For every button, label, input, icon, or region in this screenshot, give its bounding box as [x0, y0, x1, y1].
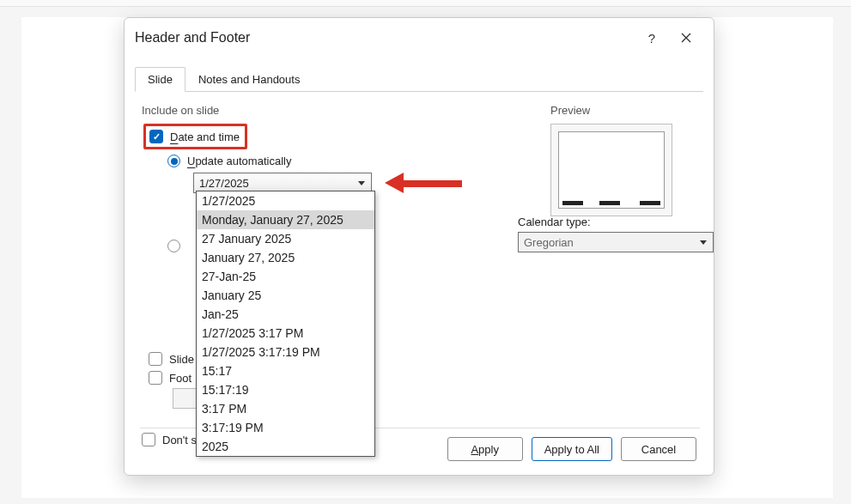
- slide-number-checkbox[interactable]: [149, 352, 162, 366]
- date-format-option[interactable]: Monday, January 27, 2025: [197, 210, 374, 229]
- arrow-shaft: [402, 180, 462, 187]
- update-auto-label: Update automatically: [187, 155, 291, 167]
- date-format-option[interactable]: 27-Jan-25: [197, 267, 374, 286]
- calendar-type-combo[interactable]: Gregorian: [518, 232, 714, 252]
- annotation-highlight-box: Date and time: [143, 124, 247, 149]
- annotation-red-arrow: [385, 173, 462, 193]
- date-format-option[interactable]: 27 January 2025: [197, 229, 374, 248]
- dont-show-checkbox[interactable]: [142, 433, 155, 446]
- date-time-checkbox[interactable]: [149, 130, 163, 143]
- update-auto-row: Update automatically: [167, 155, 532, 167]
- update-auto-radio[interactable]: [167, 155, 180, 167]
- chevron-down-icon: [696, 234, 711, 250]
- date-format-option[interactable]: Jan-25: [197, 305, 374, 324]
- preview-placeholder-slidenum: [640, 201, 660, 205]
- calendar-type-block: Calendar type: Gregorian: [501, 210, 707, 252]
- date-format-option[interactable]: 1/27/2025 3:17:19 PM: [197, 343, 374, 361]
- help-button[interactable]: ?: [635, 24, 669, 52]
- preview-placeholder-footer: [599, 201, 620, 205]
- date-format-option[interactable]: 1/27/2025: [197, 191, 374, 210]
- date-format-option[interactable]: January 27, 2025: [197, 248, 374, 267]
- date-format-option[interactable]: January 25: [197, 286, 374, 305]
- titlebar: Header and Footer ?: [125, 18, 714, 58]
- preview-slide-thumbnail: [558, 131, 665, 209]
- dont-show-label: Don't s: [162, 434, 197, 446]
- tab-slide[interactable]: Slide: [135, 67, 185, 92]
- preview-placeholder-date: [562, 201, 583, 205]
- date-format-option[interactable]: 3:17:19 PM: [197, 418, 374, 437]
- calendar-type-value: Gregorian: [524, 236, 574, 249]
- preview-label: Preview: [550, 104, 696, 117]
- date-format-option[interactable]: 15:17: [197, 361, 374, 380]
- date-format-selected: 1/27/2025: [199, 177, 249, 190]
- dialog-title: Header and Footer: [135, 30, 635, 46]
- date-format-option[interactable]: 15:17:19: [197, 380, 374, 399]
- preview-frame: [550, 124, 672, 216]
- tab-notes-handouts[interactable]: Notes and Handouts: [185, 67, 313, 92]
- apply-to-all-button[interactable]: Apply to All: [532, 437, 612, 461]
- date-time-label: Date and time: [170, 131, 240, 143]
- date-format-option[interactable]: 2025: [197, 437, 374, 456]
- slide-number-label: Slide: [169, 353, 194, 366]
- fixed-radio[interactable]: [167, 240, 180, 252]
- date-format-option[interactable]: 3:17 PM: [197, 399, 374, 418]
- cancel-button[interactable]: Cancel: [621, 437, 696, 461]
- right-column: Preview: [550, 104, 696, 450]
- date-format-option[interactable]: 1/27/2025 3:17 PM: [197, 324, 374, 343]
- tab-strip: Slide Notes and Handouts: [135, 66, 703, 92]
- calendar-type-label: Calendar type:: [518, 216, 707, 228]
- date-format-dropdown[interactable]: 1/27/2025Monday, January 27, 202527 Janu…: [196, 191, 375, 457]
- footer-label: Foot: [169, 372, 191, 385]
- footer-checkbox[interactable]: [149, 371, 162, 385]
- close-icon: [681, 33, 691, 43]
- button-row: Apply Apply to All Cancel: [447, 437, 696, 461]
- apply-button[interactable]: Apply: [447, 437, 523, 461]
- arrow-head-icon: [385, 173, 404, 193]
- close-button[interactable]: [669, 24, 703, 52]
- include-on-slide-label: Include on slide: [142, 104, 532, 117]
- app-top-strip: [0, 0, 851, 7]
- chevron-down-icon: [354, 175, 369, 191]
